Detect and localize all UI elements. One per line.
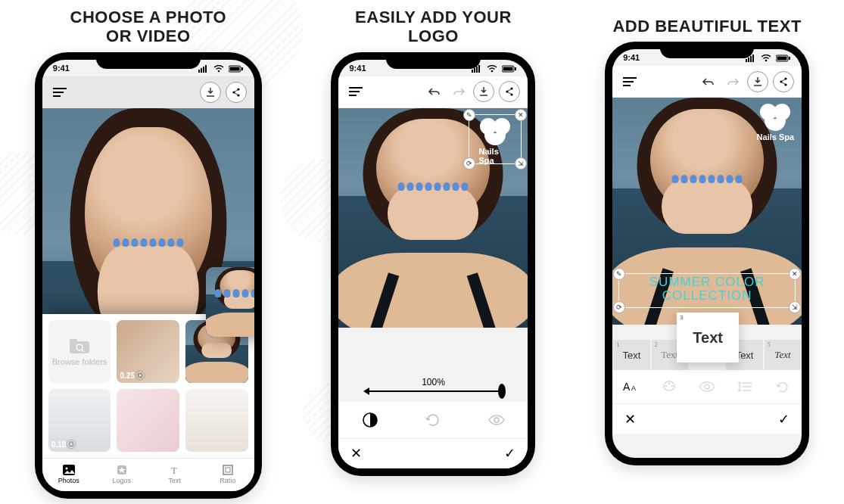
phone-3: 9:41 bbox=[605, 42, 809, 465]
promo-col-2: EASILY ADD YOUR LOGO 9:41 bbox=[331, 8, 535, 476]
canvas-pad bbox=[338, 328, 528, 367]
video-duration: 0.25 bbox=[120, 372, 143, 380]
undo-icon[interactable] bbox=[699, 72, 718, 92]
status-time: 9:41 bbox=[53, 64, 70, 73]
tab-ratio[interactable]: Ratio bbox=[201, 459, 254, 491]
status-time: 9:41 bbox=[349, 64, 366, 73]
bottom-tab-bar: Photos Logos TText Ratio bbox=[42, 458, 254, 491]
color-icon[interactable] bbox=[659, 377, 679, 397]
handle-rotate-icon[interactable]: ⟳ bbox=[463, 157, 475, 170]
handle-resize-icon[interactable]: ⇲ bbox=[515, 157, 527, 170]
svg-rect-49 bbox=[746, 59, 747, 62]
confirm-bar: ✕ ✓ bbox=[338, 438, 528, 468]
svg-rect-50 bbox=[748, 58, 749, 62]
rotate-icon[interactable] bbox=[773, 377, 793, 397]
confirm-button[interactable]: ✓ bbox=[778, 411, 789, 428]
redo-icon[interactable] bbox=[449, 82, 469, 101]
zoom-value: 100% bbox=[422, 377, 445, 387]
video-duration: 0.10 bbox=[51, 440, 75, 449]
tab-photos[interactable]: Photos bbox=[42, 459, 95, 491]
wifi-icon bbox=[213, 65, 224, 73]
svg-rect-30 bbox=[226, 468, 230, 472]
tab-text[interactable]: TText bbox=[148, 459, 201, 491]
svg-point-68 bbox=[668, 383, 671, 385]
zoom-slider[interactable] bbox=[365, 390, 501, 392]
font-size-icon[interactable]: AA bbox=[621, 377, 641, 397]
logos-icon bbox=[117, 465, 127, 475]
menu-icon[interactable] bbox=[50, 82, 70, 102]
svg-rect-55 bbox=[777, 57, 787, 61]
share-button[interactable] bbox=[773, 71, 794, 92]
rotate-icon[interactable] bbox=[419, 406, 447, 434]
menu-icon[interactable] bbox=[620, 72, 640, 92]
promo-col-1: CHOOSE A PHOTO OR VIDEO 9:41 bbox=[35, 8, 262, 499]
svg-point-69 bbox=[671, 385, 674, 387]
gallery-tile[interactable]: 0.25 bbox=[117, 320, 179, 383]
battery-icon bbox=[229, 65, 244, 73]
svg-rect-3 bbox=[205, 65, 207, 73]
download-button[interactable] bbox=[200, 82, 221, 103]
top-bar bbox=[612, 66, 802, 98]
logo-badge[interactable]: Nails Spa bbox=[757, 104, 795, 142]
share-button[interactable] bbox=[499, 81, 520, 102]
svg-line-15 bbox=[235, 93, 238, 95]
logo-badge[interactable]: Nails Spa bbox=[478, 118, 512, 165]
svg-rect-52 bbox=[752, 54, 754, 62]
font-option[interactable]: 5Text bbox=[765, 340, 801, 370]
promo-col-3: ADD BEAUTIFUL TEXT 9:41 bbox=[605, 8, 809, 465]
cancel-button[interactable]: ✕ bbox=[624, 411, 636, 428]
svg-line-45 bbox=[508, 89, 511, 91]
svg-marker-23 bbox=[70, 443, 73, 446]
zoom-control[interactable]: 100% bbox=[338, 367, 528, 402]
tab-logos[interactable]: Logos bbox=[95, 459, 148, 491]
svg-point-53 bbox=[765, 60, 768, 62]
logo-tool-row bbox=[338, 402, 528, 438]
play-icon bbox=[136, 372, 144, 379]
confirm-bar: ✕ ✓ bbox=[612, 403, 802, 434]
status-time: 9:41 bbox=[623, 53, 640, 62]
share-button[interactable] bbox=[226, 82, 247, 103]
download-button[interactable] bbox=[747, 71, 768, 92]
font-picker: 1Text 2Text 4Text 5Text 3Text bbox=[612, 325, 802, 370]
svg-rect-38 bbox=[515, 67, 516, 70]
svg-rect-56 bbox=[789, 57, 790, 60]
text-selection-box[interactable]: SUMMER COLOR COLLECTION ✎ ✕ ⟳ ⇲ bbox=[618, 273, 796, 308]
browse-folders-tile[interactable]: Browse folders bbox=[48, 320, 111, 383]
logo-selection-box[interactable]: Nails Spa ✎ ✕ ⟳ ⇲ bbox=[469, 114, 522, 164]
undo-icon[interactable] bbox=[425, 82, 444, 101]
gallery-tile[interactable] bbox=[117, 389, 179, 452]
overlay-text[interactable]: SUMMER COLOR COLLECTION bbox=[619, 275, 795, 303]
visibility-icon[interactable] bbox=[697, 377, 717, 397]
gallery-tile[interactable]: 0.10 bbox=[48, 389, 111, 452]
svg-rect-34 bbox=[478, 65, 480, 73]
headline-3: ADD BEAUTIFUL TEXT bbox=[612, 17, 801, 36]
svg-text:A: A bbox=[631, 384, 636, 392]
menu-icon[interactable] bbox=[346, 82, 366, 101]
download-button[interactable] bbox=[473, 81, 494, 102]
confirm-button[interactable]: ✓ bbox=[504, 445, 515, 462]
handle-close-icon[interactable]: ✕ bbox=[515, 109, 527, 121]
text-tool-row: AA bbox=[612, 370, 802, 403]
svg-point-25 bbox=[65, 468, 67, 470]
top-bar bbox=[42, 76, 254, 108]
photos-icon bbox=[63, 465, 75, 475]
main-photo[interactable]: Nails Spa SUMMER COLOR COLLECTION ✎ ✕ ⟳ … bbox=[612, 98, 802, 325]
line-spacing-icon[interactable] bbox=[735, 377, 755, 397]
cancel-button[interactable]: ✕ bbox=[350, 445, 362, 462]
main-photo[interactable]: Nails Spa ✎ ✕ ⟳ ⇲ bbox=[338, 108, 528, 328]
gallery-tile[interactable] bbox=[185, 389, 248, 452]
font-option[interactable]: 1Text bbox=[613, 340, 649, 370]
svg-line-63 bbox=[782, 79, 785, 81]
svg-point-35 bbox=[491, 70, 494, 72]
handle-edit-icon[interactable]: ✎ bbox=[463, 109, 475, 121]
signal-icon bbox=[198, 65, 209, 73]
visibility-icon[interactable] bbox=[483, 406, 510, 434]
opacity-icon[interactable] bbox=[357, 406, 384, 434]
font-option-selected[interactable]: 3Text bbox=[677, 313, 739, 362]
redo-icon[interactable] bbox=[723, 72, 743, 92]
logo-label: Nails Spa bbox=[478, 147, 512, 165]
top-bar bbox=[338, 76, 528, 108]
logo-shape-icon bbox=[758, 104, 792, 131]
preview-popup[interactable] bbox=[206, 267, 254, 337]
ratio-icon bbox=[223, 465, 233, 475]
